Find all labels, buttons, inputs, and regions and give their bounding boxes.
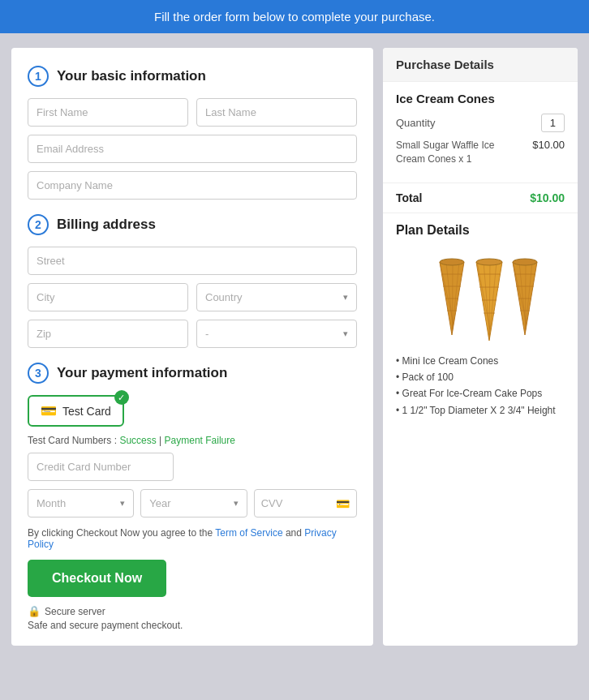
success-link[interactable]: Success	[119, 435, 156, 446]
street-row	[28, 247, 357, 275]
ice-cream-image	[396, 246, 565, 343]
total-label: Total	[396, 191, 422, 204]
section-number-2: 2	[28, 214, 49, 235]
city-input[interactable]	[28, 283, 188, 311]
bullet-4: 1 1/2" Top Diameter X 2 3/4" Height	[396, 402, 565, 419]
banner-text: Fill the order form below to complete yo…	[154, 10, 435, 24]
plan-bullets: Mini Ice Cream Cones Pack of 100 Great F…	[396, 353, 565, 419]
failure-link[interactable]: Payment Failure	[165, 435, 235, 446]
product-name: Ice Cream Cones	[396, 92, 565, 105]
bullet-2: Pack of 100	[396, 369, 565, 385]
company-row	[28, 171, 357, 200]
month-chevron-icon: ▾	[120, 498, 125, 509]
page-wrapper: Fill the order form below to complete yo…	[0, 0, 589, 660]
section-title-billing: Billing address	[57, 217, 156, 233]
payment-section-header: 3 Your payment information	[28, 363, 357, 384]
cvv-input[interactable]	[261, 490, 336, 517]
product-price: $10.00	[532, 139, 565, 151]
year-placeholder: Year	[149, 497, 170, 509]
bullet-3: Great For Ice-Cream Cake Pops	[396, 385, 565, 402]
state-select[interactable]: - ▾	[196, 320, 357, 348]
first-name-input[interactable]	[28, 98, 188, 127]
terms-middle: and	[286, 527, 304, 539]
email-input[interactable]	[28, 135, 357, 163]
country-placeholder: Country	[205, 291, 243, 303]
terms-prefix: By clicking Checkout Now you agree to th…	[28, 527, 215, 539]
cc-number-row	[28, 453, 357, 481]
zip-state-row: - ▾	[28, 320, 357, 348]
svg-point-29	[513, 259, 537, 265]
cvv-row: Month ▾ Year ▾ 💳	[28, 489, 357, 517]
test-card-prefix: Test Card Numbers :	[28, 435, 119, 446]
city-country-row: Country ▾	[28, 283, 357, 311]
email-row	[28, 135, 357, 163]
state-chevron-icon: ▾	[343, 329, 348, 339]
country-chevron-icon: ▾	[343, 292, 348, 303]
cc-number-input[interactable]	[28, 453, 174, 481]
tos-link[interactable]: Term of Service	[215, 527, 282, 539]
section-title-basic-info: Your basic information	[57, 68, 206, 84]
year-chevron-icon: ▾	[234, 498, 239, 509]
credit-card-icon: 💳	[41, 403, 57, 419]
top-banner: Fill the order form below to complete yo…	[0, 0, 589, 33]
secure-server-row: 🔒 Secure server	[28, 605, 357, 617]
month-placeholder: Month	[37, 497, 66, 509]
name-row	[28, 98, 357, 127]
purchase-details-body: Ice Cream Cones Quantity 1 Small Sugar W…	[383, 82, 578, 183]
plan-details-section: Plan Details	[383, 213, 578, 429]
company-input[interactable]	[28, 171, 357, 200]
right-panel: Purchase Details Ice Cream Cones Quantit…	[383, 48, 578, 646]
total-value: $10.00	[530, 191, 565, 204]
plan-details-title: Plan Details	[396, 223, 565, 238]
test-card-numbers: Test Card Numbers : Success | Payment Fa…	[28, 435, 357, 446]
svg-point-9	[440, 259, 464, 265]
checkout-button[interactable]: Checkout Now	[28, 560, 166, 597]
safe-text: Safe and secure payment checkout.	[28, 620, 357, 631]
lock-icon: 🔒	[28, 605, 41, 617]
basic-info-section-header: 1 Your basic information	[28, 66, 357, 87]
purchase-details-header: Purchase Details	[383, 48, 578, 82]
section-title-payment: Your payment information	[57, 365, 227, 381]
main-content: 1 Your basic information 2 Billing addre…	[0, 33, 589, 660]
card-option[interactable]: 💳 Test Card ✓	[28, 395, 124, 427]
card-check-icon: ✓	[114, 390, 129, 405]
secure-server-text: Secure server	[45, 606, 105, 617]
last-name-input[interactable]	[196, 98, 357, 127]
year-select[interactable]: Year ▾	[140, 489, 247, 517]
month-select[interactable]: Month ▾	[28, 489, 134, 517]
zip-input[interactable]	[28, 320, 188, 348]
state-placeholder: -	[205, 328, 209, 340]
cvv-card-icon: 💳	[336, 497, 350, 510]
section-number-3: 3	[28, 363, 49, 384]
product-row: Small Sugar Waffle Ice Cream Cones x 1 $…	[396, 139, 565, 166]
bullet-1: Mini Ice Cream Cones	[396, 353, 565, 369]
ice-cream-cones-svg	[407, 246, 553, 343]
quantity-row: Quantity 1	[396, 114, 565, 132]
product-desc: Small Sugar Waffle Ice Cream Cones x 1	[396, 139, 526, 166]
cvv-wrapper: 💳	[254, 489, 357, 517]
billing-section-header: 2 Billing address	[28, 214, 357, 235]
quantity-label: Quantity	[396, 117, 435, 129]
total-row: Total $10.00	[383, 183, 578, 213]
section-number-1: 1	[28, 66, 49, 87]
svg-point-19	[476, 259, 502, 265]
country-select[interactable]: Country ▾	[196, 283, 357, 311]
quantity-value: 1	[541, 114, 565, 132]
terms-text: By clicking Checkout Now you agree to th…	[28, 527, 357, 550]
street-input[interactable]	[28, 247, 357, 275]
card-label: Test Card	[62, 405, 111, 418]
left-panel: 1 Your basic information 2 Billing addre…	[11, 48, 373, 646]
